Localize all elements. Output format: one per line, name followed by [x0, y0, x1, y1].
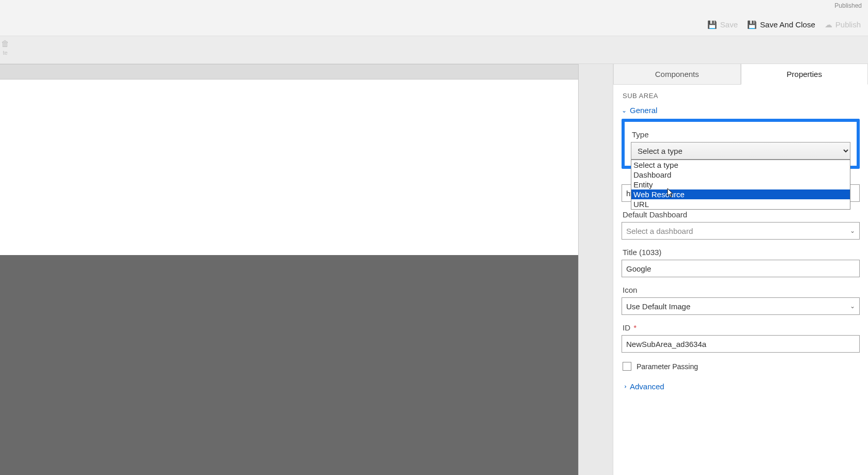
trash-icon: 🗑 — [0, 39, 16, 49]
action-bar: 💾 Save 💾 Save And Close ☁ Publish — [0, 13, 868, 36]
save-icon: 💾 — [707, 21, 717, 28]
save-label: Save — [720, 20, 738, 29]
accordion-advanced-label: Advanced — [630, 382, 664, 391]
tab-properties[interactable]: Properties — [741, 64, 869, 85]
type-option-dashboard[interactable]: Dashboard — [631, 170, 850, 180]
chevron-down-icon: ⌄ — [850, 227, 855, 234]
parameter-passing-label: Parameter Passing — [637, 362, 698, 371]
sitemap-canvas — [0, 64, 579, 475]
accordion-general-label: General — [630, 106, 657, 115]
type-dropdown-list: Select a type Dashboard Entity Web Resou… — [631, 160, 850, 210]
title-label: Title (1033) — [623, 248, 860, 257]
type-option-web-resource[interactable]: Web Resource — [631, 189, 850, 199]
delete-button: 🗑 te — [0, 39, 16, 56]
type-option-entity[interactable]: Entity — [631, 180, 850, 189]
save-button: 💾 Save — [707, 20, 738, 29]
accordion-general[interactable]: ⌄ General — [622, 106, 860, 115]
delete-label: te — [3, 50, 7, 56]
section-title: SUB AREA — [623, 92, 860, 100]
publish-label: Publish — [835, 20, 861, 29]
save-close-icon: 💾 — [747, 21, 757, 28]
canvas-header — [0, 64, 579, 80]
icon-select[interactable]: Use Default Image ⌄ — [622, 297, 860, 315]
id-label-text: ID — [623, 323, 630, 332]
save-and-close-button[interactable]: 💾 Save And Close — [747, 20, 815, 29]
tab-components[interactable]: Components — [613, 64, 741, 85]
status-published: Published — [834, 2, 862, 9]
type-label: Type — [632, 130, 850, 139]
canvas-body[interactable] — [0, 80, 579, 255]
icon-select-value: Use Default Image — [626, 302, 690, 311]
icon-label: Icon — [623, 286, 860, 294]
id-label: ID * — [623, 323, 860, 332]
title-input[interactable] — [622, 260, 860, 277]
type-highlight-box: Type Select a type Select a type Dashboa… — [622, 119, 860, 169]
canvas-empty — [0, 255, 579, 475]
default-dashboard-select[interactable]: Select a dashboard ⌄ — [622, 222, 860, 240]
publish-button: ☁ Publish — [825, 20, 861, 29]
parameter-passing-checkbox[interactable] — [623, 362, 631, 371]
id-input[interactable] — [622, 335, 860, 353]
properties-panel: Components Properties SUB AREA ⌄ General… — [613, 64, 868, 475]
publish-icon: ☁ — [825, 21, 832, 28]
type-option-placeholder-item[interactable]: Select a type — [631, 160, 850, 170]
chevron-down-icon: ⌄ — [622, 107, 627, 114]
type-option-url[interactable]: URL — [631, 199, 850, 209]
chevron-down-icon: ⌄ — [850, 303, 855, 310]
save-close-label: Save And Close — [760, 20, 815, 29]
chevron-right-icon: ⌄ — [621, 384, 628, 389]
tab-components-label: Components — [655, 70, 699, 78]
secondary-toolbar: 🗑 te — [0, 36, 868, 64]
accordion-advanced[interactable]: ⌄ Advanced — [622, 382, 860, 391]
required-mark: * — [633, 323, 637, 332]
tab-properties-label: Properties — [787, 70, 822, 78]
default-dashboard-placeholder: Select a dashboard — [626, 227, 693, 235]
type-select[interactable]: Select a type — [631, 142, 850, 160]
default-dashboard-label: Default Dashboard — [623, 210, 860, 219]
